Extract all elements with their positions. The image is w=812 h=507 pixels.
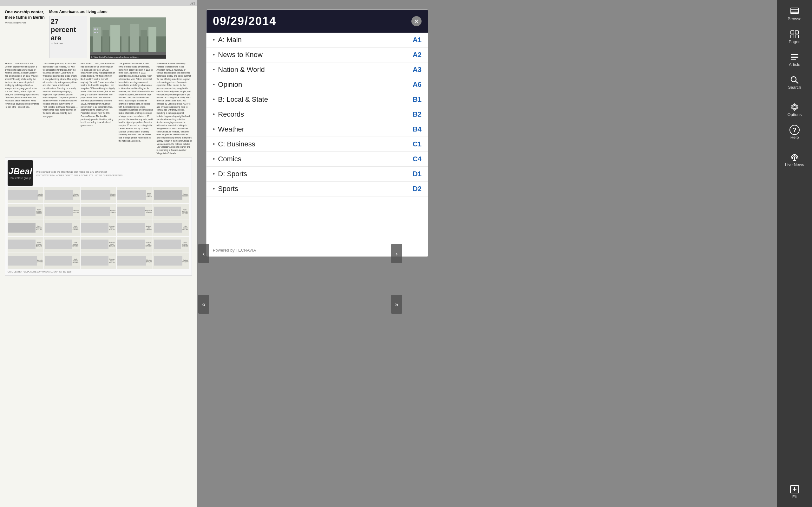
svg-rect-9 <box>94 29 96 30</box>
toc-label: A: Main <box>218 36 406 44</box>
ad-property-item: Good Thunder$299,900 <box>153 237 189 252</box>
double-back-arrow-icon: « <box>202 301 206 308</box>
toc-page: D1 <box>406 170 421 178</box>
toc-item-sports[interactable]: • Sports D2 <box>206 181 428 196</box>
live-news-label: Live News <box>785 162 804 167</box>
toc-page: A6 <box>406 80 421 89</box>
svg-rect-12 <box>97 32 98 33</box>
toc-label: C: Business <box>218 140 406 148</box>
toc-item-c-business[interactable]: • C: Business C1 <box>206 137 428 152</box>
toc-page: C1 <box>406 140 421 148</box>
help-label: Help <box>791 135 799 140</box>
newspaper-col-1: BERLIN — After officials in the German c… <box>5 62 40 155</box>
ad-property-item: Mankato$229,900 <box>44 204 80 220</box>
newspaper-photo: In Tailor City in Manhattan, a set of ro… <box>90 17 166 59</box>
options-button[interactable]: Options <box>780 99 809 120</box>
advertisement: JBeal real estate group We're proud to d… <box>5 158 192 276</box>
toc-item-nation-world[interactable]: • Nation & World A3 <box>206 62 428 77</box>
article-label: Article <box>789 62 800 67</box>
ad-property-item: North Mankato$99,900 <box>8 204 44 220</box>
article-icon <box>790 52 800 62</box>
fit-button[interactable]: Fit <box>780 481 809 502</box>
stat-text: on their own <box>51 42 86 44</box>
toolbar-divider-2 <box>782 146 807 146</box>
search-button[interactable]: Search <box>780 72 809 93</box>
svg-rect-7 <box>141 30 147 52</box>
toc-item-news-to-know[interactable]: • News to Know A2 <box>206 48 428 62</box>
center-area: ‹ « › » 09/29/2014 <box>197 0 777 507</box>
pages-label: Pages <box>789 39 801 44</box>
toc-bullet: • <box>213 52 215 58</box>
ad-property-item: North Mankato$249,900 <box>44 220 80 236</box>
nav-double-back-button[interactable]: « <box>198 295 209 314</box>
toc-panel: 09/29/2014 • A: Main A1 • News to Know A… <box>206 9 428 257</box>
live-news-button[interactable]: Live News <box>780 149 809 170</box>
forward-arrow-icon: › <box>396 250 398 257</box>
toc-bullet: • <box>213 186 215 192</box>
svg-rect-2 <box>93 27 101 52</box>
newspaper-col-3: NEW YORK — In all, Matt Pilarowski has n… <box>81 62 116 155</box>
toc-item-a-main[interactable]: • A: Main A1 <box>206 33 428 48</box>
page-number: 521 <box>190 2 195 5</box>
pages-button[interactable]: Pages <box>780 26 809 47</box>
svg-rect-10 <box>97 29 98 30</box>
newspaper-col-5: While some attribute the steady increase… <box>156 62 192 155</box>
newspaper-top-bar: 521 <box>0 0 197 6</box>
fit-icon <box>790 484 800 494</box>
ad-property-item: Lake Crystal$324,900 <box>153 220 189 236</box>
ad-property-item: Mankato$499,900 <box>153 253 189 269</box>
toc-bullet: • <box>213 37 215 43</box>
toc-item-records[interactable]: • Records B2 <box>206 107 428 122</box>
toc-item-comics[interactable]: • Comics C4 <box>206 152 428 167</box>
svg-rect-6 <box>130 24 139 52</box>
toc-close-button[interactable] <box>411 16 421 26</box>
headline-right: More Americans are living alone <box>49 9 192 14</box>
options-icon <box>790 102 800 112</box>
ad-property-item: Madison Lake$249,900 <box>117 220 153 236</box>
fit-label: Fit <box>792 494 797 499</box>
ad-contact: CIVIC CENTER PLAZA, SUITE 310 • MANKATO,… <box>8 271 189 273</box>
toc-item-opinion[interactable]: • Opinion A6 <box>206 77 428 92</box>
ad-property-grid: Lowville$87,500 Mankato$119,500 Madelia$… <box>8 187 189 269</box>
ad-property-item: North Mankato$164,900 <box>153 204 189 220</box>
ad-property-item: Mankato Lake$529,900 <box>81 253 116 269</box>
svg-rect-8 <box>148 27 156 52</box>
double-forward-arrow-icon: » <box>395 301 398 308</box>
toc-bullet: • <box>213 81 215 88</box>
newspaper-content: 521 One worship center, three faiths in … <box>0 0 197 507</box>
article-button[interactable]: Article <box>780 49 809 70</box>
toolbar-divider-1 <box>782 96 807 96</box>
browse-label: Browse <box>788 16 801 21</box>
toc-bullet: • <box>213 141 215 148</box>
search-icon <box>790 75 800 85</box>
ad-property-item: Mapleton$184,900 <box>81 204 116 220</box>
toc-label: News to Know <box>218 51 406 59</box>
nav-back-button[interactable]: ‹ <box>198 244 209 263</box>
nav-double-forward-button[interactable]: » <box>391 295 402 314</box>
help-button[interactable]: ? Help <box>780 122 809 143</box>
newspaper-source: The Washington Post <box>5 21 46 24</box>
toc-bullet: • <box>213 111 215 118</box>
help-icon: ? <box>790 125 800 135</box>
nav-forward-button[interactable]: › <box>391 244 402 263</box>
svg-rect-4 <box>110 25 120 52</box>
browse-button[interactable]: Browse <box>780 3 809 24</box>
toc-label: B: Local & State <box>218 95 406 104</box>
toc-page: B4 <box>406 125 421 133</box>
ad-property-item: North Mankato$379,900 <box>8 237 44 252</box>
toc-items-list: • A: Main A1 • News to Know A2 • Nation … <box>206 33 428 196</box>
toc-item-d-sports[interactable]: • D: Sports D1 <box>206 167 428 181</box>
pages-icon <box>790 29 800 39</box>
toc-page: A3 <box>406 66 421 74</box>
ad-property-item: Mankato Lake$284,900 <box>81 220 116 236</box>
back-arrow-icon: ‹ <box>203 250 205 257</box>
ad-property-item: Waseca$139,900 <box>153 187 189 203</box>
ad-website: VISIT WWW.JBEALHOMES.COM TO SEE A COMPLE… <box>36 174 189 176</box>
toc-item-weather[interactable]: • Weather B4 <box>206 122 428 137</box>
toc-page: B1 <box>406 95 421 104</box>
svg-rect-5 <box>121 29 129 52</box>
toc-item-b-local-state[interactable]: • B: Local & State B1 <box>206 92 428 107</box>
svg-line-31 <box>796 81 798 83</box>
toc-bullet: • <box>213 156 215 163</box>
ad-property-item: Madelia$74,900 <box>81 187 116 203</box>
